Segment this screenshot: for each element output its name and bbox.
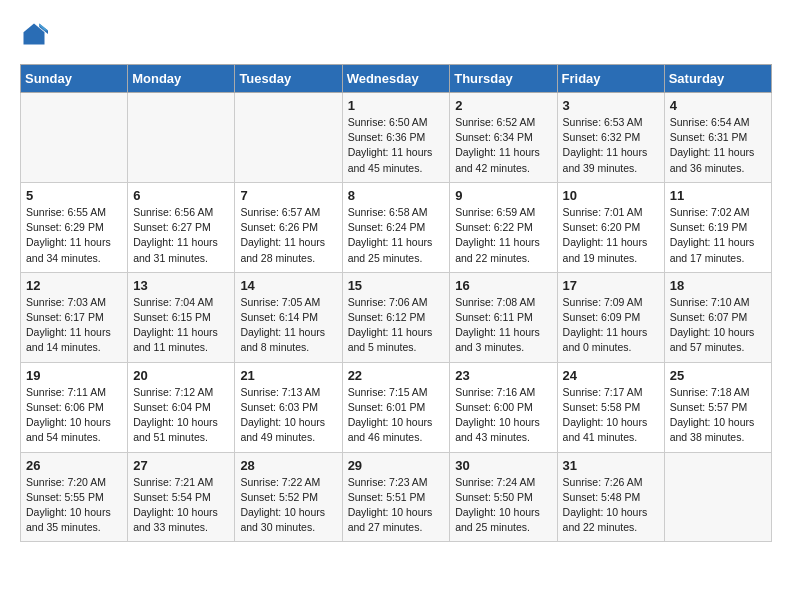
calendar-cell: 3Sunrise: 6:53 AM Sunset: 6:32 PM Daylig…: [557, 93, 664, 183]
logo: [20, 20, 52, 48]
day-info: Sunrise: 7:26 AM Sunset: 5:48 PM Dayligh…: [563, 475, 659, 536]
day-number: 26: [26, 458, 122, 473]
day-number: 5: [26, 188, 122, 203]
day-number: 15: [348, 278, 445, 293]
day-info: Sunrise: 7:04 AM Sunset: 6:15 PM Dayligh…: [133, 295, 229, 356]
day-info: Sunrise: 7:09 AM Sunset: 6:09 PM Dayligh…: [563, 295, 659, 356]
calendar-week-2: 5Sunrise: 6:55 AM Sunset: 6:29 PM Daylig…: [21, 182, 772, 272]
day-info: Sunrise: 6:59 AM Sunset: 6:22 PM Dayligh…: [455, 205, 551, 266]
calendar-cell: 27Sunrise: 7:21 AM Sunset: 5:54 PM Dayli…: [128, 452, 235, 542]
day-info: Sunrise: 7:01 AM Sunset: 6:20 PM Dayligh…: [563, 205, 659, 266]
day-info: Sunrise: 6:58 AM Sunset: 6:24 PM Dayligh…: [348, 205, 445, 266]
day-info: Sunrise: 6:52 AM Sunset: 6:34 PM Dayligh…: [455, 115, 551, 176]
weekday-header-sunday: Sunday: [21, 65, 128, 93]
weekday-header-saturday: Saturday: [664, 65, 771, 93]
calendar-cell: 9Sunrise: 6:59 AM Sunset: 6:22 PM Daylig…: [450, 182, 557, 272]
day-number: 23: [455, 368, 551, 383]
day-number: 25: [670, 368, 766, 383]
day-number: 27: [133, 458, 229, 473]
calendar-cell: 29Sunrise: 7:23 AM Sunset: 5:51 PM Dayli…: [342, 452, 450, 542]
day-info: Sunrise: 7:15 AM Sunset: 6:01 PM Dayligh…: [348, 385, 445, 446]
day-info: Sunrise: 7:13 AM Sunset: 6:03 PM Dayligh…: [240, 385, 336, 446]
calendar-cell: [235, 93, 342, 183]
calendar-cell: 22Sunrise: 7:15 AM Sunset: 6:01 PM Dayli…: [342, 362, 450, 452]
calendar-cell: 13Sunrise: 7:04 AM Sunset: 6:15 PM Dayli…: [128, 272, 235, 362]
calendar-cell: 1Sunrise: 6:50 AM Sunset: 6:36 PM Daylig…: [342, 93, 450, 183]
page-header: [20, 20, 772, 48]
day-info: Sunrise: 6:55 AM Sunset: 6:29 PM Dayligh…: [26, 205, 122, 266]
calendar-cell: 28Sunrise: 7:22 AM Sunset: 5:52 PM Dayli…: [235, 452, 342, 542]
weekday-header-monday: Monday: [128, 65, 235, 93]
day-number: 31: [563, 458, 659, 473]
day-info: Sunrise: 7:21 AM Sunset: 5:54 PM Dayligh…: [133, 475, 229, 536]
day-number: 22: [348, 368, 445, 383]
calendar-cell: [664, 452, 771, 542]
calendar-cell: 20Sunrise: 7:12 AM Sunset: 6:04 PM Dayli…: [128, 362, 235, 452]
day-number: 28: [240, 458, 336, 473]
calendar-cell: 10Sunrise: 7:01 AM Sunset: 6:20 PM Dayli…: [557, 182, 664, 272]
calendar-week-4: 19Sunrise: 7:11 AM Sunset: 6:06 PM Dayli…: [21, 362, 772, 452]
calendar-cell: 12Sunrise: 7:03 AM Sunset: 6:17 PM Dayli…: [21, 272, 128, 362]
day-info: Sunrise: 7:17 AM Sunset: 5:58 PM Dayligh…: [563, 385, 659, 446]
weekday-header-friday: Friday: [557, 65, 664, 93]
logo-icon: [20, 20, 48, 48]
day-number: 7: [240, 188, 336, 203]
calendar-cell: [21, 93, 128, 183]
calendar-cell: 24Sunrise: 7:17 AM Sunset: 5:58 PM Dayli…: [557, 362, 664, 452]
day-info: Sunrise: 7:23 AM Sunset: 5:51 PM Dayligh…: [348, 475, 445, 536]
calendar-cell: 21Sunrise: 7:13 AM Sunset: 6:03 PM Dayli…: [235, 362, 342, 452]
day-number: 10: [563, 188, 659, 203]
day-info: Sunrise: 6:56 AM Sunset: 6:27 PM Dayligh…: [133, 205, 229, 266]
day-number: 30: [455, 458, 551, 473]
calendar-cell: 23Sunrise: 7:16 AM Sunset: 6:00 PM Dayli…: [450, 362, 557, 452]
day-info: Sunrise: 6:53 AM Sunset: 6:32 PM Dayligh…: [563, 115, 659, 176]
calendar-cell: 19Sunrise: 7:11 AM Sunset: 6:06 PM Dayli…: [21, 362, 128, 452]
day-info: Sunrise: 7:20 AM Sunset: 5:55 PM Dayligh…: [26, 475, 122, 536]
day-info: Sunrise: 7:06 AM Sunset: 6:12 PM Dayligh…: [348, 295, 445, 356]
day-info: Sunrise: 7:08 AM Sunset: 6:11 PM Dayligh…: [455, 295, 551, 356]
calendar-cell: [128, 93, 235, 183]
day-info: Sunrise: 7:02 AM Sunset: 6:19 PM Dayligh…: [670, 205, 766, 266]
day-info: Sunrise: 6:54 AM Sunset: 6:31 PM Dayligh…: [670, 115, 766, 176]
calendar-cell: 15Sunrise: 7:06 AM Sunset: 6:12 PM Dayli…: [342, 272, 450, 362]
day-number: 16: [455, 278, 551, 293]
calendar-cell: 5Sunrise: 6:55 AM Sunset: 6:29 PM Daylig…: [21, 182, 128, 272]
day-info: Sunrise: 7:24 AM Sunset: 5:50 PM Dayligh…: [455, 475, 551, 536]
day-number: 12: [26, 278, 122, 293]
day-number: 13: [133, 278, 229, 293]
day-info: Sunrise: 7:18 AM Sunset: 5:57 PM Dayligh…: [670, 385, 766, 446]
calendar-cell: 18Sunrise: 7:10 AM Sunset: 6:07 PM Dayli…: [664, 272, 771, 362]
calendar-cell: 7Sunrise: 6:57 AM Sunset: 6:26 PM Daylig…: [235, 182, 342, 272]
calendar-cell: 8Sunrise: 6:58 AM Sunset: 6:24 PM Daylig…: [342, 182, 450, 272]
day-info: Sunrise: 7:10 AM Sunset: 6:07 PM Dayligh…: [670, 295, 766, 356]
day-number: 8: [348, 188, 445, 203]
calendar-cell: 17Sunrise: 7:09 AM Sunset: 6:09 PM Dayli…: [557, 272, 664, 362]
calendar-cell: 6Sunrise: 6:56 AM Sunset: 6:27 PM Daylig…: [128, 182, 235, 272]
calendar-cell: 4Sunrise: 6:54 AM Sunset: 6:31 PM Daylig…: [664, 93, 771, 183]
day-number: 9: [455, 188, 551, 203]
day-info: Sunrise: 7:12 AM Sunset: 6:04 PM Dayligh…: [133, 385, 229, 446]
day-info: Sunrise: 7:16 AM Sunset: 6:00 PM Dayligh…: [455, 385, 551, 446]
weekday-header-row: SundayMondayTuesdayWednesdayThursdayFrid…: [21, 65, 772, 93]
day-number: 2: [455, 98, 551, 113]
day-info: Sunrise: 6:50 AM Sunset: 6:36 PM Dayligh…: [348, 115, 445, 176]
day-info: Sunrise: 6:57 AM Sunset: 6:26 PM Dayligh…: [240, 205, 336, 266]
calendar-week-3: 12Sunrise: 7:03 AM Sunset: 6:17 PM Dayli…: [21, 272, 772, 362]
calendar-week-5: 26Sunrise: 7:20 AM Sunset: 5:55 PM Dayli…: [21, 452, 772, 542]
day-number: 19: [26, 368, 122, 383]
day-info: Sunrise: 7:03 AM Sunset: 6:17 PM Dayligh…: [26, 295, 122, 356]
calendar-cell: 2Sunrise: 6:52 AM Sunset: 6:34 PM Daylig…: [450, 93, 557, 183]
day-number: 1: [348, 98, 445, 113]
day-number: 6: [133, 188, 229, 203]
day-number: 29: [348, 458, 445, 473]
day-number: 18: [670, 278, 766, 293]
calendar-cell: 30Sunrise: 7:24 AM Sunset: 5:50 PM Dayli…: [450, 452, 557, 542]
calendar-cell: 14Sunrise: 7:05 AM Sunset: 6:14 PM Dayli…: [235, 272, 342, 362]
day-number: 14: [240, 278, 336, 293]
day-info: Sunrise: 7:22 AM Sunset: 5:52 PM Dayligh…: [240, 475, 336, 536]
day-number: 4: [670, 98, 766, 113]
day-number: 3: [563, 98, 659, 113]
weekday-header-thursday: Thursday: [450, 65, 557, 93]
day-info: Sunrise: 7:05 AM Sunset: 6:14 PM Dayligh…: [240, 295, 336, 356]
calendar-table: SundayMondayTuesdayWednesdayThursdayFrid…: [20, 64, 772, 542]
